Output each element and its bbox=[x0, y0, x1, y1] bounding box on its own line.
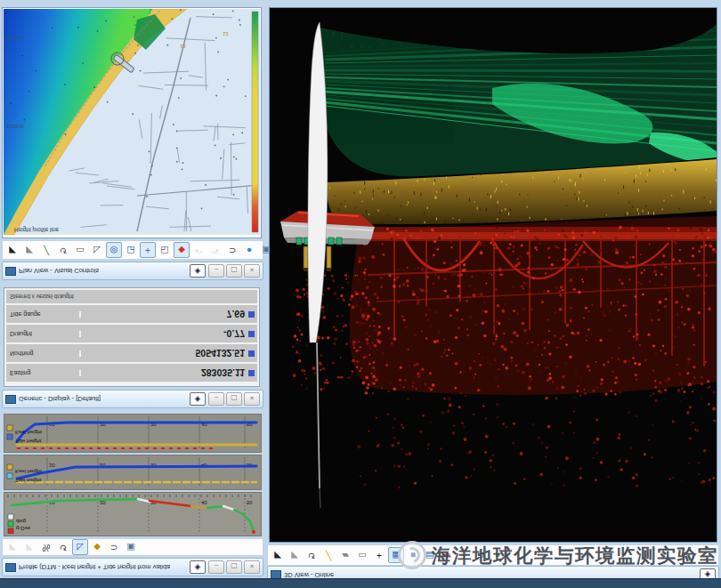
cursor-icon[interactable]: ◤ bbox=[4, 539, 20, 555]
maximize-button[interactable]: ▢ bbox=[226, 392, 242, 406]
svg-text:4026000: 4026000 bbox=[6, 35, 24, 40]
globe-colors-icon[interactable]: ● bbox=[241, 242, 257, 258]
minimize-button[interactable]: – bbox=[208, 560, 224, 574]
svg-text:g-Des: g-Des bbox=[16, 526, 30, 531]
svg-text:Keel height: Keel height bbox=[15, 430, 42, 435]
close-button[interactable]: × bbox=[244, 392, 260, 406]
timeseries-graph-2: 1020304050Keel heightTide height bbox=[4, 455, 262, 490]
table-header-note: Steered x vessel draught bbox=[6, 290, 257, 303]
eraser-icon[interactable]: ▰ bbox=[337, 547, 353, 563]
watermark: 海洋地球化学与环境监测实验室 bbox=[398, 536, 718, 574]
window-icon bbox=[5, 395, 16, 404]
cursor-white-icon[interactable]: ◤ bbox=[287, 547, 303, 563]
measure-ruler-icon[interactable]: ◺ bbox=[89, 242, 105, 258]
close-button[interactable]: × bbox=[244, 560, 260, 574]
svg-text:Tide height: Tide height bbox=[15, 478, 42, 483]
zoom-extents-icon[interactable]: ◱ bbox=[157, 242, 173, 258]
observation-titlebar[interactable]: Generic - Display - [Default] ◈ –▢× bbox=[2, 390, 263, 408]
window-buttons: –▢× bbox=[208, 560, 260, 574]
plan-view-titlebar[interactable]: Plan View - Visual Controls ◈ –▢× bbox=[2, 262, 263, 280]
pin-button[interactable]: ◈ bbox=[190, 560, 206, 574]
rect-select-icon[interactable]: ▭ bbox=[354, 547, 370, 563]
zoom-in-icon[interactable]: ◎ bbox=[106, 242, 122, 258]
row-value: -0.77 bbox=[81, 328, 248, 339]
right-pane: ◤◤↺╱▰▭+▦■▤◈⋮⊃● 3D View - Online ◈ bbox=[267, 5, 719, 580]
svg-text:dwg: dwg bbox=[16, 519, 26, 524]
table-row[interactable]: Tide gauge7.69 bbox=[6, 305, 257, 323]
select-add-arrow-icon[interactable]: ◤ bbox=[21, 242, 37, 258]
pin-button[interactable]: ◈ bbox=[190, 264, 206, 278]
rotate-view-icon[interactable]: ↺ bbox=[55, 242, 71, 258]
svg-text:4025800: 4025800 bbox=[6, 124, 24, 129]
svg-text:Keel height: Keel height bbox=[15, 469, 42, 474]
zoom-window-icon[interactable]: ◲ bbox=[123, 242, 139, 258]
window-icon bbox=[5, 563, 16, 572]
profile-toolbar: ◤◤%↺◺◆⊃▣ bbox=[2, 538, 263, 556]
minimize-button[interactable]: – bbox=[208, 264, 224, 278]
window-icon bbox=[5, 267, 16, 276]
edit-pencil-icon[interactable]: ╱ bbox=[38, 242, 54, 258]
pin-button[interactable]: ◈ bbox=[190, 392, 206, 406]
plan-map-canvas[interactable]: 402600040258001312Height profile line bbox=[4, 9, 260, 235]
plan-map-panel: 402600040258001312Height profile line bbox=[2, 7, 262, 238]
svg-text:10: 10 bbox=[49, 463, 55, 468]
svg-text:validated: validated bbox=[16, 533, 37, 534]
rotate-icon[interactable]: ↺ bbox=[55, 539, 71, 555]
view3d-canvas[interactable] bbox=[270, 8, 717, 542]
add-point-icon[interactable]: + bbox=[371, 547, 387, 563]
window-edge-strip bbox=[0, 578, 721, 588]
profile-graph-canvas[interactable]: 1020304050dwgg-Desvalidated bbox=[4, 493, 259, 534]
row-value: 5054132.51 bbox=[81, 348, 248, 358]
orbit-icon[interactable]: ↺ bbox=[304, 547, 320, 563]
maximize-button[interactable]: ▢ bbox=[226, 560, 242, 574]
view3d-panel bbox=[269, 7, 717, 543]
observation-panel: Steered x vessel draughtTide gauge7.69Dr… bbox=[4, 287, 260, 387]
rect-select-icon[interactable]: ▭ bbox=[72, 242, 88, 258]
row-label: Northing bbox=[6, 350, 81, 357]
svg-text:40: 40 bbox=[201, 500, 207, 505]
svg-text:Tide height: Tide height bbox=[15, 439, 42, 444]
flag-colors-icon[interactable]: ◆ bbox=[89, 539, 105, 555]
plan-view-toolbar: ◤◤╱↺▭◺◎◲+◱◆↶↷⊃●▣ bbox=[2, 240, 263, 260]
window-buttons: –▢× bbox=[208, 392, 260, 406]
select-arrow-icon[interactable]: ◤ bbox=[4, 242, 20, 258]
application-window: 402600040258001312Height profile line ◤◤… bbox=[0, 0, 721, 588]
svg-text:50: 50 bbox=[247, 500, 253, 505]
redo-icon[interactable]: ↷ bbox=[207, 242, 223, 258]
unit-icon bbox=[248, 370, 255, 376]
maximize-button[interactable]: ▢ bbox=[226, 264, 242, 278]
attach-icon[interactable]: ⊃ bbox=[224, 242, 240, 258]
table-row[interactable]: Easting283035.11 bbox=[6, 364, 257, 382]
layer-settings-icon[interactable]: ▣ bbox=[123, 539, 139, 555]
timeseries-graph-1-canvas[interactable]: 1020304050Keel heightTide height bbox=[4, 415, 259, 450]
row-label: Easting bbox=[6, 370, 81, 376]
unit-icon bbox=[248, 311, 255, 318]
slope-percent-icon[interactable]: % bbox=[38, 539, 54, 555]
row-label: Tide gauge bbox=[6, 311, 81, 318]
window-buttons: –▢× bbox=[208, 264, 260, 278]
marker-flag-icon[interactable]: ◆ bbox=[174, 242, 190, 258]
undo-icon[interactable]: ↶ bbox=[190, 242, 207, 258]
row-value: 7.69 bbox=[81, 309, 248, 319]
pencil-icon[interactable]: ╱ bbox=[320, 547, 336, 563]
attach-icon[interactable]: ⊃ bbox=[106, 539, 122, 555]
timeseries-graph-2-canvas[interactable]: 1020304050Keel heightTide height bbox=[4, 455, 259, 487]
pan-move-icon[interactable]: + bbox=[140, 242, 156, 258]
minimize-button[interactable]: – bbox=[208, 392, 224, 406]
watermark-text: 海洋地球化学与环境监测实验室 bbox=[432, 543, 718, 568]
unit-icon bbox=[248, 331, 255, 337]
observation-rows: Steered x vessel draughtTide gauge7.69Dr… bbox=[6, 290, 257, 382]
cursor-add-icon[interactable]: ◤ bbox=[21, 539, 37, 555]
table-row[interactable]: Northing5054132.51 bbox=[6, 344, 257, 362]
watermark-logo-icon bbox=[398, 541, 426, 569]
observation-title: Generic - Display - [Default] bbox=[19, 395, 101, 403]
close-button[interactable]: × bbox=[244, 264, 260, 278]
table-row[interactable]: Draught-0.77 bbox=[6, 325, 257, 342]
profile-titlebar[interactable]: Profile (DTM - Keel height + Tide height… bbox=[2, 558, 263, 576]
cursor-icon[interactable]: ◤ bbox=[270, 547, 286, 563]
timeseries-graph-1: 1020304050Keel heightTide height bbox=[4, 414, 262, 453]
svg-text:Height profile line: Height profile line bbox=[14, 226, 60, 233]
ruler-triangle-icon[interactable]: ◺ bbox=[72, 539, 88, 555]
unit-icon bbox=[248, 350, 255, 357]
row-label: Draught bbox=[6, 331, 81, 337]
